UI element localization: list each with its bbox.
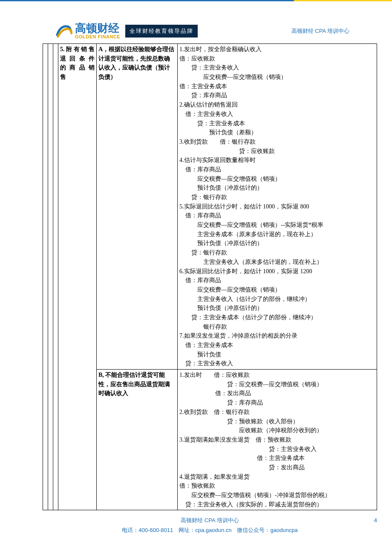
detail-line: 应交税费—应交增值税（销项） (179, 72, 375, 82)
detail-line: 4.退货期满，如果发生退货 (179, 472, 375, 482)
content-table: 5.附有销售 退回条件 的商品销 售 A，根据以往经验能够合理估计退货可能性，先… (43, 43, 377, 510)
detail-line: 贷：库存商品 (179, 91, 375, 100)
footer-wx: gaoduncpa (270, 527, 297, 533)
footer-tel-label: 电话： (122, 527, 138, 533)
detail-line: 1.发出时 借：应收账款 (179, 370, 375, 380)
detail-line: 借：预收账款 (179, 481, 375, 491)
logo-en-text: GOLDEN FINANCE (75, 35, 120, 39)
detail-line: 贷：预收账款（收入部份） (179, 417, 375, 426)
detail-line: 贷：应交税费—应交增值税（销项） (179, 380, 375, 389)
detail-line: 预计负债（差额） (179, 128, 375, 137)
slogan: 全球财经教育领导品牌 (125, 25, 198, 38)
footer-wx-label: 微信公众号： (231, 527, 270, 533)
cell-empty-c (53, 44, 58, 510)
detail-line: 主营业务收入（原来多估计退的，现在补上） (179, 257, 375, 267)
footer-tel: 400-600-8011 (138, 527, 173, 533)
detail-line: 贷：主营业务收入（按实际的，即减去退货部份的） (179, 500, 375, 509)
detail-line: 借：应收账款 (179, 54, 375, 64)
detail-line: 应交税费—应交增值税（销项）--实际退货*税率 (179, 220, 375, 230)
detail-line: 主营业务收入（估计少了的部份，继续冲） (179, 295, 375, 304)
detail-line: 5.实际退回比估计少时，如估计 1000，实际退 800 (179, 202, 375, 211)
logo-icon (55, 23, 72, 39)
detail-line: 7.如果没发生退货，冲掉原估计的相反的分录 (179, 331, 375, 341)
detail-line: 2.确认估计的销售退回 (179, 100, 375, 110)
detail-line: 6.实际退回比估计多时，如估计 1000，实际退 1200 (179, 267, 375, 276)
header-right-text: 高顿财经 CPA 培训中心 (291, 27, 349, 35)
detail-line: 贷：主营业务成本 (179, 119, 375, 128)
detail-line: 1.发出时，按全部金额确认收入 (179, 45, 375, 54)
detail-line: 贷：主营业务收入 (179, 63, 375, 72)
detail-line: 银行存款 (179, 322, 375, 332)
detail-line: 借：主营业务收入 (179, 110, 375, 119)
table-row: 5.附有销售 退回条件 的商品销 售 A，根据以往经验能够合理估计退货可能性，先… (43, 44, 377, 370)
detail-line: 2.收到货款 借：银行存款 (179, 408, 375, 417)
cell-case-a: A，根据以往经验能够合理估计退货可能性，先按总数确认收入，应确认负债（预计负债） (97, 44, 178, 370)
detail-line: 主营业务成本（原来多估计退的，现在补上） (179, 230, 375, 239)
logo-block: 高顿财经 GOLDEN FINANCE (55, 23, 120, 39)
footer-line-2: 电话：400-600-8011 网址：cpa.gaodun.cn 微信公众号：g… (43, 526, 377, 535)
detail-line: 贷：应收账款 (179, 147, 375, 156)
detail-line: 应交税费—应交增值税（销项） (179, 174, 375, 184)
page-number: 4 (374, 516, 377, 525)
cell-details-a: 1.发出时，按全部金额确认收入借：应收账款 贷：主营业务收入 应交税费—应交增值… (178, 44, 377, 370)
footer-url-label: 网址： (173, 527, 195, 533)
detail-line: 3.退货期满如果没发生退货 借：预收账款 (179, 435, 375, 445)
detail-line: 借：库存商品 (179, 211, 375, 220)
detail-line: 借：库存商品 (179, 276, 375, 285)
detail-line: 贷：发出商品 (179, 463, 375, 472)
cell-empty-a (43, 44, 48, 510)
detail-line: 借：主营业务成本 (179, 454, 375, 463)
detail-line: 贷：主营业务成本（估计少了的部份，继续冲） (179, 313, 375, 322)
detail-line: 贷：银行存款 (179, 248, 375, 257)
page-header: 高顿财经 GOLDEN FINANCE 全球财经教育领导品牌 高顿财经 CPA … (0, 1, 392, 43)
detail-line: 贷：库存商品 (179, 398, 375, 408)
top-bar (0, 0, 392, 1)
detail-line: 借：主营业务成本 (179, 341, 375, 350)
cell-topic: 5.附有销售 退回条件 的商品销 售 (58, 44, 97, 510)
detail-line: 预计负债（冲原估计的） (179, 239, 375, 248)
cell-details-b: 1.发出时 借：应收账款 贷：应交税费—应交增值税（销项） 借：发出商品 贷：库… (178, 370, 377, 510)
detail-line: 应交税费—应交增值税（销项）-冲掉退货部份的税） (179, 491, 375, 500)
detail-line: 预计负债（冲原估计的） (179, 183, 375, 193)
detail-line: 3.收到货款 借：银行存款 (179, 137, 375, 147)
detail-line: 借：发出商品 (179, 389, 375, 398)
topic-line: 售 (60, 72, 95, 82)
cell-empty-b (48, 44, 53, 510)
logo-cn-text: 高顿财经 (75, 23, 120, 34)
footer-line-1: 高顿财经 CPA 培训中心 (43, 516, 377, 525)
logo-text: 高顿财经 GOLDEN FINANCE (75, 23, 120, 39)
detail-line: 应交税费—应交增值税（销项） (179, 285, 375, 295)
page-footer: 高顿财经 CPA 培训中心 电话：400-600-8011 网址：cpa.gao… (43, 516, 377, 535)
detail-line: 借：库存商品 (179, 165, 375, 174)
detail-line: 4.估计与实际退回数量相等时 (179, 156, 375, 165)
topic-line: 5.附有销售 (60, 45, 95, 54)
cell-case-b: B, 不能合理估计退货可能性，应在售出商品退货期满时确认收入 (97, 370, 178, 510)
detail-line: 贷：主营业务收入 (179, 445, 375, 454)
detail-line: 预计负债（冲原估计的） (179, 304, 375, 313)
topic-line: 的商品销 (60, 63, 95, 72)
detail-line: 贷：主营业务收入 (179, 359, 375, 368)
footer-url: cpa.gaodun.cn (195, 527, 231, 533)
detail-line: 贷：银行存款 (179, 193, 375, 202)
detail-line: 应收账款（冲掉税部分收到的） (179, 426, 375, 435)
detail-line: 借：主营业务成本 (179, 82, 375, 91)
detail-line: 预计负债 (179, 350, 375, 359)
topic-line: 退回条件 (60, 54, 95, 64)
